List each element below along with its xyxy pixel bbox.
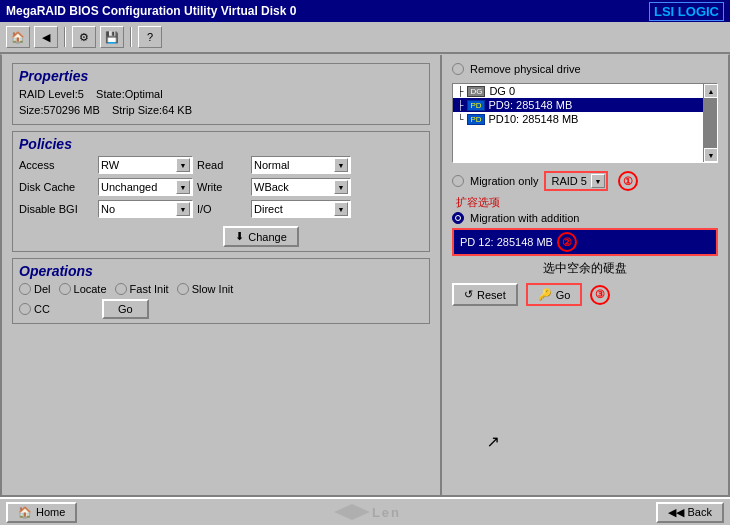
- left-panel: Properties RAID Level:5 State:Optimal Si…: [2, 55, 442, 495]
- cursor-indicator: ↖: [487, 432, 500, 451]
- access-label: Access: [19, 159, 94, 171]
- migration-only-radio[interactable]: [452, 175, 464, 187]
- annotation-3-circle: ③: [590, 285, 610, 305]
- access-arrow[interactable]: ▼: [176, 158, 190, 172]
- home-button[interactable]: 🏠 Home: [6, 502, 77, 523]
- migration-only-row: Migration only RAID 5 ▼ ①: [452, 171, 718, 191]
- pd-selected-bar[interactable]: PD 12: 285148 MB ②: [452, 228, 718, 256]
- write-label: Write: [197, 181, 247, 193]
- io-arrow[interactable]: ▼: [334, 202, 348, 216]
- toolbar-separator-2: [130, 27, 132, 47]
- locate-radio[interactable]: Locate: [59, 283, 107, 295]
- operations-section: Operations Del Locate Fast Init Slow Ini…: [12, 258, 430, 324]
- disk-cache-select[interactable]: Unchanged ▼: [98, 178, 193, 196]
- toolbar-separator: [64, 27, 66, 47]
- pd-selected-label: PD 12: 285148 MB: [460, 236, 553, 248]
- fast-init-radio[interactable]: Fast Init: [115, 283, 169, 295]
- fast-init-radio-circle[interactable]: [115, 283, 127, 295]
- dg-icon: DG: [467, 86, 485, 97]
- home-toolbar-btn[interactable]: 🏠: [6, 26, 30, 48]
- operations-title: Operations: [19, 263, 423, 279]
- toolbar: 🏠 ◀ ⚙ 💾 ?: [0, 22, 730, 54]
- policies-section: Policies Access RW ▼ Read Normal ▼ Disk …: [12, 131, 430, 252]
- right-panel: Remove physical drive ├ DG DG 0 ├ PD PD9…: [442, 55, 728, 495]
- back-icon: ◀◀: [668, 506, 684, 519]
- config-toolbar-btn[interactable]: ⚙: [72, 26, 96, 48]
- svg-marker-0: [334, 504, 370, 520]
- scroll-up[interactable]: ▲: [704, 84, 718, 98]
- read-select[interactable]: Normal ▼: [251, 156, 351, 174]
- pd9-label: PD9: 285148 MB: [489, 99, 573, 111]
- io-select[interactable]: Direct ▼: [251, 200, 351, 218]
- raid-arrow[interactable]: ▼: [591, 174, 605, 188]
- back-toolbar-btn[interactable]: ◀: [34, 26, 58, 48]
- migration-only-label: Migration only: [470, 175, 538, 187]
- cc-radio-circle[interactable]: [19, 303, 31, 315]
- properties-title: Properties: [19, 68, 423, 84]
- go-icon: 🔑: [538, 288, 552, 301]
- annotation-2-text: 选中空余的硬盘: [452, 260, 718, 277]
- disable-bgi-select[interactable]: No ▼: [98, 200, 193, 218]
- help-toolbar-btn[interactable]: ?: [138, 26, 162, 48]
- annotation-2-circle: ②: [557, 232, 577, 252]
- annotation-1-circle: ①: [618, 171, 638, 191]
- scroll-track: [704, 98, 717, 148]
- migration-addition-row: Migration with addition: [452, 212, 718, 224]
- disk-row-pd10[interactable]: └ PD PD10: 285148 MB: [453, 112, 703, 126]
- operations-options: Del Locate Fast Init Slow Init: [19, 283, 423, 295]
- slow-init-radio[interactable]: Slow Init: [177, 283, 234, 295]
- disk-cache-label: Disk Cache: [19, 181, 94, 193]
- disable-bgi-arrow[interactable]: ▼: [176, 202, 190, 216]
- write-select[interactable]: WBack ▼: [251, 178, 351, 196]
- lenovo-diamond-icon: [332, 502, 372, 522]
- disk-row-dg0[interactable]: ├ DG DG 0: [453, 84, 703, 98]
- annotation-1-text: 扩容选项: [456, 195, 718, 210]
- slow-init-radio-circle[interactable]: [177, 283, 189, 295]
- change-button[interactable]: ⬇ Change: [223, 226, 299, 247]
- remove-drive-label: Remove physical drive: [470, 63, 581, 75]
- bottom-action-buttons: ↺ Reset 🔑 Go ③: [452, 283, 718, 306]
- del-radio-circle[interactable]: [19, 283, 31, 295]
- size-strip: Size:570296 MB Strip Size:64 KB: [19, 104, 423, 116]
- operations-go-button[interactable]: Go: [102, 299, 149, 319]
- policies-title: Policies: [19, 136, 423, 152]
- io-label: I/O: [197, 203, 247, 215]
- reset-button[interactable]: ↺ Reset: [452, 283, 518, 306]
- disk-cache-arrow[interactable]: ▼: [176, 180, 190, 194]
- lsi-logo: LSI LOGIC: [649, 2, 724, 21]
- raid-level-state: RAID Level:5 State:Optimal: [19, 88, 423, 100]
- read-label: Read: [197, 159, 247, 171]
- scroll-down[interactable]: ▼: [704, 148, 718, 162]
- disk-row-pd9[interactable]: ├ PD PD9: 285148 MB: [453, 98, 703, 112]
- pd9-icon: PD: [467, 100, 484, 111]
- migration-addition-label: Migration with addition: [470, 212, 579, 224]
- cc-radio[interactable]: CC: [19, 303, 50, 315]
- lenovo-logo: Len: [332, 502, 401, 522]
- raid-select-container[interactable]: RAID 5 ▼: [544, 171, 607, 191]
- remove-drive-radio[interactable]: [452, 63, 464, 75]
- disk-toolbar-btn[interactable]: 💾: [100, 26, 124, 48]
- remove-drive-row: Remove physical drive: [452, 63, 718, 75]
- access-select[interactable]: RW ▼: [98, 156, 193, 174]
- write-arrow[interactable]: ▼: [334, 180, 348, 194]
- disable-bgi-label: Disable BGI: [19, 203, 94, 215]
- go-button[interactable]: 🔑 Go: [526, 283, 583, 306]
- pd10-label: PD10: 285148 MB: [489, 113, 579, 125]
- raid-value: RAID 5: [547, 175, 590, 187]
- migration-addition-radio[interactable]: [452, 212, 464, 224]
- read-arrow[interactable]: ▼: [334, 158, 348, 172]
- disk-tree-scrollbar[interactable]: ▲ ▼: [703, 84, 717, 162]
- pd10-icon: PD: [467, 114, 484, 125]
- properties-section: Properties RAID Level:5 State:Optimal Si…: [12, 63, 430, 125]
- del-radio[interactable]: Del: [19, 283, 51, 295]
- migration-section: Migration only RAID 5 ▼ ① 扩容选项 Migration…: [452, 171, 718, 277]
- reset-icon: ↺: [464, 288, 473, 301]
- change-icon: ⬇: [235, 230, 244, 243]
- back-button[interactable]: ◀◀ Back: [656, 502, 724, 523]
- disk-tree: ├ DG DG 0 ├ PD PD9: 285148 MB └ PD PD10:…: [452, 83, 718, 163]
- title-bar: MegaRAID BIOS Configuration Utility Virt…: [0, 0, 730, 22]
- bottom-bar: 🏠 Home Len ◀◀ Back: [0, 497, 730, 525]
- locate-radio-circle[interactable]: [59, 283, 71, 295]
- home-icon: 🏠: [18, 506, 32, 519]
- window-title: MegaRAID BIOS Configuration Utility Virt…: [6, 4, 296, 18]
